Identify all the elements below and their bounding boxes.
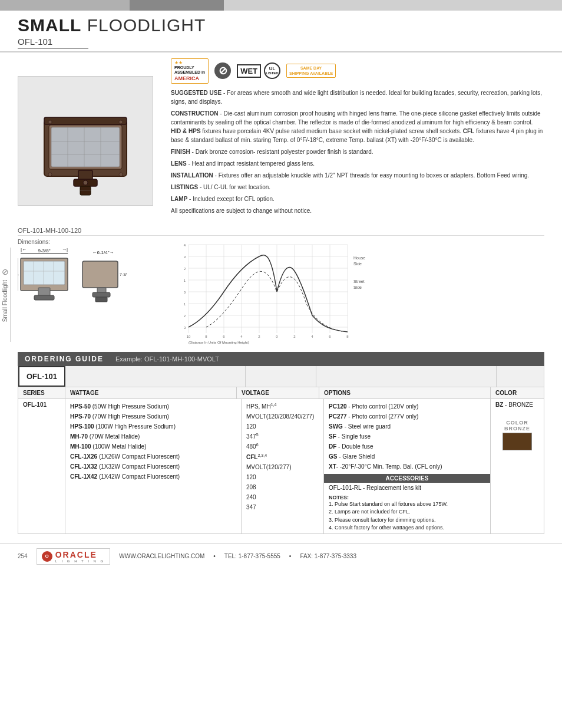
svg-rect-8 xyxy=(44,117,127,124)
opt-6: XT- -20°F/-30°C Min. Temp. Bal. (CFL onl… xyxy=(329,462,485,472)
svg-point-14 xyxy=(48,120,52,124)
top-bar xyxy=(0,0,562,11)
opt-2: SWG - Steel wire guard xyxy=(329,421,485,431)
dim-width-label: |← →| 9-3/8" xyxy=(18,248,71,254)
volt-7: 120 xyxy=(246,472,319,482)
main-content: ★★ PROUDLY ASSEMBLED in AMERICA ⊘ WET UL… xyxy=(0,52,562,224)
dim-side: ←6-1/4"→ 7-3/8" xyxy=(80,250,127,304)
wet-badge-group: WET UL LISTED xyxy=(237,62,280,79)
bronze-swatch xyxy=(503,433,532,450)
dim-front: |← →| 9-3/8" xyxy=(18,248,71,304)
dim-mount-label: ←6-1/4"→ xyxy=(80,250,127,255)
lamp: LAMP - Included except for CFL option. xyxy=(171,195,544,203)
watt-row-3: MH-70 (70W Metal Halide) xyxy=(70,431,236,442)
volt-6: MVOLT(120/277) xyxy=(246,462,319,472)
volt-5: CFL2,3,4 xyxy=(246,452,319,462)
opt-5: GS - Glare Shield xyxy=(329,452,485,462)
td-wattage: HPS-50 (50W High Pressure Sodium) HPS-70… xyxy=(65,399,242,533)
logo-text-group: ORACLE L I G H T I N G xyxy=(55,550,105,563)
watt-row-4: MH-100 (100W Metal Halide) xyxy=(70,442,236,452)
watt-row-6: CFL-1X32 (1X32W Compact Fluorescent) xyxy=(70,462,236,472)
footer-separator-1: • xyxy=(213,553,216,559)
th-voltage: VOLTAGE xyxy=(237,387,319,398)
photometric-grid: 4 3 2 1 0 1 2 3 10 8 6 4 2 0 2 4 6 8 xyxy=(171,239,544,346)
volt-0: HPS, MH1,4 xyxy=(246,401,319,411)
product-image xyxy=(18,76,153,206)
installation: INSTALLATION - Fixtures offer an adjusta… xyxy=(171,171,544,180)
side-tab-label: Small Floodlight xyxy=(2,280,8,322)
specs-note: All specifications are subject to change… xyxy=(171,206,544,215)
opt-1: PC277 - Photo control (277V only) xyxy=(329,411,485,421)
svg-rect-31 xyxy=(95,297,107,302)
side-tab-icon: ⊘ xyxy=(2,267,9,276)
svg-text:2: 2 xyxy=(293,335,296,338)
svg-text:7-3/8": 7-3/8" xyxy=(120,272,127,276)
volt-2: 120 xyxy=(246,421,319,431)
svg-text:House: House xyxy=(353,256,365,260)
footer-tel: TEL: 1-877-375-5555 xyxy=(224,553,280,559)
suggested-use: SUGGESTED USE - For areas where smooth a… xyxy=(171,88,544,106)
product-description: SUGGESTED USE - For areas where smooth a… xyxy=(171,88,544,215)
svg-text:Side: Side xyxy=(353,285,362,289)
volt-4: 4806 xyxy=(246,442,319,452)
model-number: OFL-101 xyxy=(18,37,88,49)
td-series: OFL-101 xyxy=(18,399,65,533)
svg-text:8: 8 xyxy=(205,335,207,338)
svg-text:Side: Side xyxy=(353,262,362,266)
watt-row-2: HPS-100 (100W High Pressure Sodium) xyxy=(70,421,236,431)
accessories-header: ACCESSORIES xyxy=(324,474,490,483)
blank-cell-4 xyxy=(497,366,544,387)
logo-sub: L I G H T I N G xyxy=(55,559,105,563)
right-column: ★★ PROUDLY ASSEMBLED in AMERICA ⊘ WET UL… xyxy=(171,58,544,218)
listings: LISTINGS - UL/ C-UL for wet location. xyxy=(171,183,544,192)
options-list: PC120 - Photo control (120V only) PC277 … xyxy=(324,399,490,474)
photometric-content: Dimensions: |← →| 9-3/8" xyxy=(18,239,544,346)
side-tab: ⊘ Small Floodlight xyxy=(0,248,11,342)
watt-row-5: CFL-1X26 (1X26W Compact Fluorescent) xyxy=(70,452,236,462)
svg-text:3: 3 xyxy=(184,255,186,259)
note-3: 3. Please consult factory for dimming op… xyxy=(329,516,485,525)
volt-1: MVOLT(120/208/240/277) xyxy=(246,411,319,421)
th-wattage: WATTAGE xyxy=(65,387,237,398)
note-4: 4. Consult factory for other wattages an… xyxy=(329,524,485,532)
side-view-svg: 7-3/8" xyxy=(80,255,127,302)
svg-rect-12 xyxy=(80,186,91,195)
td-color: BZ - BRONZE COLOR BRONZE xyxy=(491,399,544,533)
color-bz: BZ - BRONZE xyxy=(495,401,539,408)
notes-header: NOTES: xyxy=(329,495,485,500)
svg-point-16 xyxy=(48,173,52,176)
construction: CONSTRUCTION - Die-cast aluminum corrosi… xyxy=(171,109,544,144)
watt-row-0: HPS-50 (50W High Pressure Sodium) xyxy=(70,401,236,411)
top-bar-accent xyxy=(130,0,224,11)
front-view-svg: 7" xyxy=(18,255,71,302)
svg-point-17 xyxy=(119,173,123,176)
th-options: OPTIONS xyxy=(319,387,491,398)
color-bronze-swatch: COLOR BRONZE xyxy=(495,420,539,450)
accessories-content: OFL-101-RL - Replacement lens kit xyxy=(324,483,490,493)
svg-rect-28 xyxy=(82,261,118,288)
svg-rect-25 xyxy=(34,295,54,300)
stars: ★★ xyxy=(174,60,205,65)
ul-badge: UL LISTED xyxy=(264,62,280,79)
no-badge: ⊘ xyxy=(214,62,231,79)
ordering-guide-header: ORDERING GUIDE Example: OFL-101-MH-100-M… xyxy=(18,352,544,366)
table-headers: SERIES WATTAGE VOLTAGE OPTIONS COLOR xyxy=(18,387,544,399)
svg-text:0: 0 xyxy=(276,335,278,338)
svg-text:1: 1 xyxy=(184,279,186,282)
svg-rect-2 xyxy=(51,127,120,167)
td-voltage: HPS, MH1,4 MVOLT(120/208/240/277) 120 34… xyxy=(242,399,324,533)
dim-diagrams-row: |← →| 9-3/8" xyxy=(18,248,159,304)
page-title: SMALL FLOODLIGHT xyxy=(18,15,544,35)
svg-text:0: 0 xyxy=(184,291,186,294)
svg-text:6: 6 xyxy=(329,335,331,338)
volt-10: 347 xyxy=(246,502,319,512)
notes-section: NOTES: 1. Pulse Start standard on all fi… xyxy=(324,493,490,533)
title-light: FLOODLIGHT xyxy=(81,15,206,35)
svg-text:4: 4 xyxy=(240,335,243,338)
assembled-badge: ★★ PROUDLY ASSEMBLED in AMERICA xyxy=(171,58,209,84)
svg-text:8: 8 xyxy=(346,335,349,338)
wet-label: WET xyxy=(237,64,261,78)
note-1: 1. Pulse Start standard on all fixtures … xyxy=(329,500,485,509)
svg-text:6: 6 xyxy=(223,335,225,338)
svg-point-15 xyxy=(119,120,123,124)
